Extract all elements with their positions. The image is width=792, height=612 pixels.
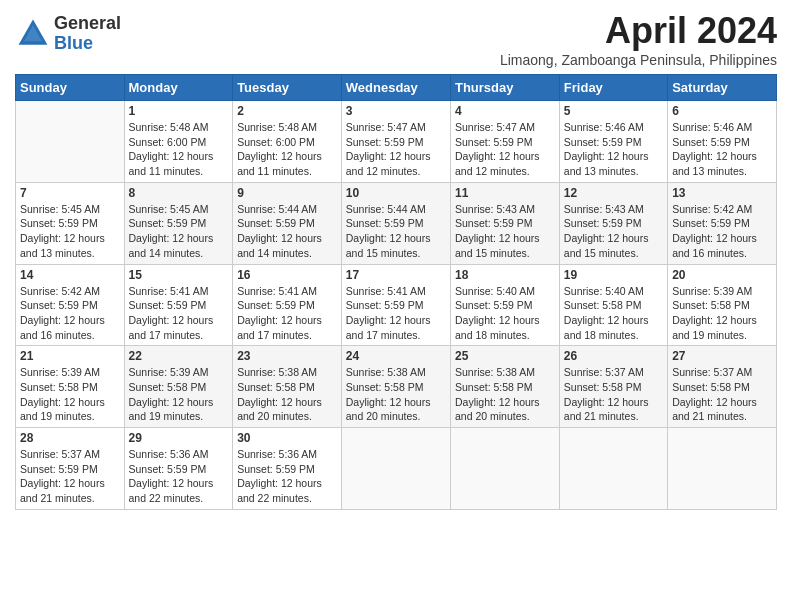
day-number: 24 — [346, 349, 446, 363]
day-info: Sunrise: 5:37 AM Sunset: 5:59 PM Dayligh… — [20, 447, 120, 506]
calendar-cell — [341, 428, 450, 510]
calendar-cell: 11Sunrise: 5:43 AM Sunset: 5:59 PM Dayli… — [450, 182, 559, 264]
calendar-cell: 17Sunrise: 5:41 AM Sunset: 5:59 PM Dayli… — [341, 264, 450, 346]
day-number: 30 — [237, 431, 337, 445]
header-saturday: Saturday — [668, 75, 777, 101]
day-info: Sunrise: 5:45 AM Sunset: 5:59 PM Dayligh… — [20, 202, 120, 261]
day-number: 22 — [129, 349, 229, 363]
calendar-cell — [16, 101, 125, 183]
calendar-cell: 15Sunrise: 5:41 AM Sunset: 5:59 PM Dayli… — [124, 264, 233, 346]
day-info: Sunrise: 5:40 AM Sunset: 5:59 PM Dayligh… — [455, 284, 555, 343]
day-info: Sunrise: 5:42 AM Sunset: 5:59 PM Dayligh… — [672, 202, 772, 261]
logo-general-text: General — [54, 14, 121, 34]
day-info: Sunrise: 5:46 AM Sunset: 5:59 PM Dayligh… — [672, 120, 772, 179]
day-number: 21 — [20, 349, 120, 363]
header-row: SundayMondayTuesdayWednesdayThursdayFrid… — [16, 75, 777, 101]
day-info: Sunrise: 5:47 AM Sunset: 5:59 PM Dayligh… — [346, 120, 446, 179]
calendar-cell: 13Sunrise: 5:42 AM Sunset: 5:59 PM Dayli… — [668, 182, 777, 264]
day-number: 18 — [455, 268, 555, 282]
calendar-cell: 9Sunrise: 5:44 AM Sunset: 5:59 PM Daylig… — [233, 182, 342, 264]
calendar-cell: 3Sunrise: 5:47 AM Sunset: 5:59 PM Daylig… — [341, 101, 450, 183]
day-number: 13 — [672, 186, 772, 200]
day-info: Sunrise: 5:36 AM Sunset: 5:59 PM Dayligh… — [237, 447, 337, 506]
day-info: Sunrise: 5:38 AM Sunset: 5:58 PM Dayligh… — [346, 365, 446, 424]
day-number: 25 — [455, 349, 555, 363]
week-row-4: 21Sunrise: 5:39 AM Sunset: 5:58 PM Dayli… — [16, 346, 777, 428]
day-info: Sunrise: 5:37 AM Sunset: 5:58 PM Dayligh… — [564, 365, 663, 424]
calendar-cell: 28Sunrise: 5:37 AM Sunset: 5:59 PM Dayli… — [16, 428, 125, 510]
day-info: Sunrise: 5:48 AM Sunset: 6:00 PM Dayligh… — [237, 120, 337, 179]
header-sunday: Sunday — [16, 75, 125, 101]
day-number: 12 — [564, 186, 663, 200]
calendar-cell: 27Sunrise: 5:37 AM Sunset: 5:58 PM Dayli… — [668, 346, 777, 428]
calendar-cell: 18Sunrise: 5:40 AM Sunset: 5:59 PM Dayli… — [450, 264, 559, 346]
calendar-cell — [450, 428, 559, 510]
calendar-cell: 8Sunrise: 5:45 AM Sunset: 5:59 PM Daylig… — [124, 182, 233, 264]
week-row-2: 7Sunrise: 5:45 AM Sunset: 5:59 PM Daylig… — [16, 182, 777, 264]
day-number: 3 — [346, 104, 446, 118]
calendar-cell: 6Sunrise: 5:46 AM Sunset: 5:59 PM Daylig… — [668, 101, 777, 183]
day-info: Sunrise: 5:39 AM Sunset: 5:58 PM Dayligh… — [129, 365, 229, 424]
day-number: 9 — [237, 186, 337, 200]
calendar-cell: 2Sunrise: 5:48 AM Sunset: 6:00 PM Daylig… — [233, 101, 342, 183]
logo: General Blue — [15, 14, 121, 54]
day-number: 8 — [129, 186, 229, 200]
week-row-3: 14Sunrise: 5:42 AM Sunset: 5:59 PM Dayli… — [16, 264, 777, 346]
day-number: 19 — [564, 268, 663, 282]
day-info: Sunrise: 5:42 AM Sunset: 5:59 PM Dayligh… — [20, 284, 120, 343]
day-info: Sunrise: 5:37 AM Sunset: 5:58 PM Dayligh… — [672, 365, 772, 424]
day-number: 10 — [346, 186, 446, 200]
header-tuesday: Tuesday — [233, 75, 342, 101]
header-monday: Monday — [124, 75, 233, 101]
day-info: Sunrise: 5:45 AM Sunset: 5:59 PM Dayligh… — [129, 202, 229, 261]
calendar-cell: 29Sunrise: 5:36 AM Sunset: 5:59 PM Dayli… — [124, 428, 233, 510]
day-info: Sunrise: 5:40 AM Sunset: 5:58 PM Dayligh… — [564, 284, 663, 343]
calendar-cell — [559, 428, 667, 510]
logo-blue-text: Blue — [54, 34, 121, 54]
day-info: Sunrise: 5:47 AM Sunset: 5:59 PM Dayligh… — [455, 120, 555, 179]
logo-icon — [15, 16, 51, 52]
calendar-cell: 30Sunrise: 5:36 AM Sunset: 5:59 PM Dayli… — [233, 428, 342, 510]
calendar-cell: 16Sunrise: 5:41 AM Sunset: 5:59 PM Dayli… — [233, 264, 342, 346]
page-header: General Blue April 2024 Limaong, Zamboan… — [15, 10, 777, 68]
day-info: Sunrise: 5:44 AM Sunset: 5:59 PM Dayligh… — [237, 202, 337, 261]
day-info: Sunrise: 5:36 AM Sunset: 5:59 PM Dayligh… — [129, 447, 229, 506]
day-number: 28 — [20, 431, 120, 445]
day-number: 7 — [20, 186, 120, 200]
day-number: 5 — [564, 104, 663, 118]
calendar-cell: 10Sunrise: 5:44 AM Sunset: 5:59 PM Dayli… — [341, 182, 450, 264]
day-number: 26 — [564, 349, 663, 363]
calendar-header: SundayMondayTuesdayWednesdayThursdayFrid… — [16, 75, 777, 101]
calendar-cell: 14Sunrise: 5:42 AM Sunset: 5:59 PM Dayli… — [16, 264, 125, 346]
day-info: Sunrise: 5:43 AM Sunset: 5:59 PM Dayligh… — [564, 202, 663, 261]
header-thursday: Thursday — [450, 75, 559, 101]
calendar-cell: 1Sunrise: 5:48 AM Sunset: 6:00 PM Daylig… — [124, 101, 233, 183]
header-friday: Friday — [559, 75, 667, 101]
location-subtitle: Limaong, Zamboanga Peninsula, Philippine… — [500, 52, 777, 68]
calendar-cell: 19Sunrise: 5:40 AM Sunset: 5:58 PM Dayli… — [559, 264, 667, 346]
calendar-table: SundayMondayTuesdayWednesdayThursdayFrid… — [15, 74, 777, 510]
header-wednesday: Wednesday — [341, 75, 450, 101]
calendar-cell: 24Sunrise: 5:38 AM Sunset: 5:58 PM Dayli… — [341, 346, 450, 428]
day-number: 4 — [455, 104, 555, 118]
day-info: Sunrise: 5:48 AM Sunset: 6:00 PM Dayligh… — [129, 120, 229, 179]
day-info: Sunrise: 5:43 AM Sunset: 5:59 PM Dayligh… — [455, 202, 555, 261]
day-number: 29 — [129, 431, 229, 445]
calendar-cell: 21Sunrise: 5:39 AM Sunset: 5:58 PM Dayli… — [16, 346, 125, 428]
calendar-cell: 5Sunrise: 5:46 AM Sunset: 5:59 PM Daylig… — [559, 101, 667, 183]
calendar-cell: 20Sunrise: 5:39 AM Sunset: 5:58 PM Dayli… — [668, 264, 777, 346]
day-number: 27 — [672, 349, 772, 363]
day-number: 17 — [346, 268, 446, 282]
day-number: 11 — [455, 186, 555, 200]
week-row-1: 1Sunrise: 5:48 AM Sunset: 6:00 PM Daylig… — [16, 101, 777, 183]
day-info: Sunrise: 5:41 AM Sunset: 5:59 PM Dayligh… — [346, 284, 446, 343]
day-info: Sunrise: 5:39 AM Sunset: 5:58 PM Dayligh… — [672, 284, 772, 343]
day-info: Sunrise: 5:38 AM Sunset: 5:58 PM Dayligh… — [237, 365, 337, 424]
day-info: Sunrise: 5:46 AM Sunset: 5:59 PM Dayligh… — [564, 120, 663, 179]
title-area: April 2024 Limaong, Zamboanga Peninsula,… — [500, 10, 777, 68]
week-row-5: 28Sunrise: 5:37 AM Sunset: 5:59 PM Dayli… — [16, 428, 777, 510]
day-number: 16 — [237, 268, 337, 282]
month-title: April 2024 — [500, 10, 777, 52]
day-info: Sunrise: 5:39 AM Sunset: 5:58 PM Dayligh… — [20, 365, 120, 424]
day-number: 15 — [129, 268, 229, 282]
